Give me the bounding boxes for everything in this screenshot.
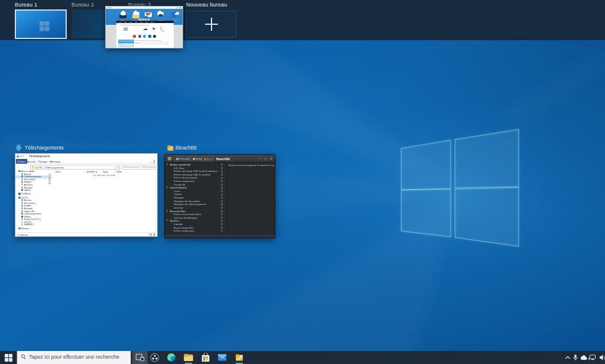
recent-icon[interactable]: ⌄ <box>24 165 27 168</box>
checkbox[interactable] <box>221 207 223 209</box>
sidebar-item[interactable]: Vidéos <box>15 189 52 192</box>
explorer-window-thumbnail[interactable]: ▣ ▾ ↶ Téléchargements Fichier Accueil Pa… <box>15 153 158 237</box>
sidebar-item-icon <box>21 181 24 183</box>
sidebar-item-icon <box>21 178 24 180</box>
sidebar-item[interactable]: Réseau <box>15 228 52 230</box>
checkbox[interactable] <box>221 213 223 215</box>
terminal-icon: ⟩_— — <box>160 27 165 31</box>
checkbox[interactable] <box>221 180 223 182</box>
bleachbit-cleaner-tree[interactable]: ▾Analyse approfondie ▾.DS_Store ▾Fichier… <box>165 163 227 235</box>
sidebar-item[interactable]: DATA (E:) <box>15 223 52 226</box>
obs-studio-icon <box>151 353 160 362</box>
sidebar-item-label: Ce PC <box>21 197 28 199</box>
maximize-icon[interactable]: ▢ <box>263 156 268 161</box>
taskbar-microsoft-store[interactable] <box>198 351 213 364</box>
taskbar-bleachbit[interactable] <box>232 351 247 364</box>
checkbox[interactable] <box>221 174 223 176</box>
start-button[interactable] <box>0 351 17 364</box>
checkbox[interactable] <box>221 223 223 225</box>
bleachbit-taskbar-icon <box>235 353 243 362</box>
cleaner-row-label: Journaux de débogage <box>174 216 197 219</box>
nav-menu-dash <box>145 22 148 22</box>
desktop-thumbnail-bureau-1[interactable] <box>15 9 67 39</box>
cleaner-row-label: Système <box>170 219 179 222</box>
preview-button[interactable]: Prévisualiser <box>174 156 190 161</box>
taskbar-search-box[interactable]: Tapez ici pour effectuer une recherche <box>17 351 131 364</box>
virtual-desktops-bar: Bureau 1 Bureau 2 Bureau 3 Nouveau burea… <box>0 0 605 40</box>
explorer-scrollbar[interactable] <box>155 175 157 229</box>
taskbar-mail[interactable] <box>214 351 230 364</box>
checkbox[interactable] <box>221 190 223 192</box>
close-icon[interactable]: ✕ <box>269 156 274 161</box>
address-text: Ce PC › Téléchargements <box>35 166 64 169</box>
task-view-button[interactable] <box>132 351 148 364</box>
checkbox[interactable] <box>221 203 223 205</box>
twitter-icon <box>143 35 146 38</box>
explorer-file-area: Nom Modifié le Type Taille Ce dossier es… <box>52 170 157 233</box>
volume-icon[interactable] <box>599 351 605 364</box>
checkbox[interactable] <box>221 164 223 165</box>
sidebar-item-label: OneDrive <box>21 193 31 195</box>
desktop-3-preview-popup[interactable]: Smart TV Pure Wifi Cloud PC Noteb'go Hit… <box>105 6 183 48</box>
clean-button[interactable]: Nettoyer <box>191 156 203 161</box>
checkbox[interactable] <box>221 197 223 199</box>
abort-button[interactable]: Abandonner <box>202 156 213 161</box>
checkbox[interactable] <box>221 170 223 172</box>
checkbox[interactable] <box>221 220 223 222</box>
minimize-icon[interactable]: – <box>257 156 262 161</box>
sidebar-item-label: Bureau <box>24 199 31 202</box>
checkbox[interactable] <box>221 194 223 196</box>
tab-affichage[interactable]: Affichage <box>48 159 62 164</box>
sidebar-item-label: Documents <box>24 202 35 204</box>
sidebar-item-label: Téléchargements <box>24 213 41 215</box>
view-toggle-icons[interactable] <box>149 233 155 236</box>
tab-accueil[interactable]: Accueil <box>25 159 37 164</box>
nav-menu-dash <box>119 22 122 22</box>
address-refresh-icon[interactable]: ⌄ ⟳ <box>113 166 119 169</box>
cleaner-row-label: Corbeille <box>174 223 183 226</box>
cleaner-row-label: Historique des formulaires <box>174 200 200 203</box>
system-tray <box>564 351 605 364</box>
windows-start-icon <box>5 354 12 362</box>
tray-expand-chevron-icon[interactable] <box>564 351 572 364</box>
checkbox[interactable] <box>221 230 223 232</box>
sidebar-item-label: CD (D:) <box>24 221 32 223</box>
microphone-icon[interactable] <box>571 351 580 364</box>
explorer-search-box[interactable]: Rechercher dans : Téléchargements <box>122 165 156 170</box>
sidebar-item-label: Images <box>24 181 31 183</box>
checkbox[interactable] <box>221 184 223 186</box>
taskbar-obs-studio[interactable] <box>147 351 162 364</box>
checkbox[interactable] <box>221 227 223 229</box>
checkbox[interactable] <box>221 217 223 219</box>
cleaner-row-label: .DS_Store <box>174 167 184 170</box>
onedrive-cloud-icon[interactable] <box>580 351 588 364</box>
up-icon[interactable]: ↑ <box>27 165 28 168</box>
sidebar-item-label: Réseau <box>21 228 29 230</box>
taskbar-file-explorer[interactable] <box>181 351 196 364</box>
network-icon[interactable] <box>588 351 596 364</box>
checkbox[interactable] <box>221 210 223 212</box>
checkbox[interactable] <box>221 200 223 202</box>
address-bar[interactable]: Ce PC › Téléchargements ⌄ ⟳ <box>30 165 120 170</box>
bleachbit-window-thumbnail[interactable]: Prévisualiser Nettoyer Abandonner Bleach… <box>164 154 275 238</box>
task-view-icon <box>136 354 145 362</box>
explorer-sidebar[interactable]: Accès rapide Bureau Téléchargements Docu… <box>15 170 52 233</box>
checkbox[interactable] <box>221 167 223 169</box>
details-view-icon[interactable] <box>149 233 152 236</box>
back-icon[interactable]: ← <box>17 165 20 168</box>
menu-icon[interactable] <box>168 157 171 160</box>
edge-icon <box>167 353 176 362</box>
nav-menu-dash <box>135 22 138 22</box>
ribbon-expand-icon[interactable]: ⌄ ❯ <box>149 160 155 163</box>
sidebar-item[interactable]: OneDrive <box>15 193 52 196</box>
quick-access-toolbar-icons[interactable]: ▣ ▾ ↶ <box>17 155 24 158</box>
checkbox[interactable] <box>221 177 223 179</box>
window-controls: – ▢ ✕ <box>257 156 274 161</box>
checkbox[interactable] <box>221 187 223 188</box>
new-desktop-button[interactable] <box>186 11 236 38</box>
taskbar-edge[interactable] <box>164 351 179 364</box>
sidebar-item-label: Bureau <box>24 173 31 176</box>
bleachbit-statusbar <box>165 233 275 238</box>
forward-icon[interactable]: → <box>21 165 24 168</box>
large-icons-view-icon[interactable] <box>153 233 155 236</box>
